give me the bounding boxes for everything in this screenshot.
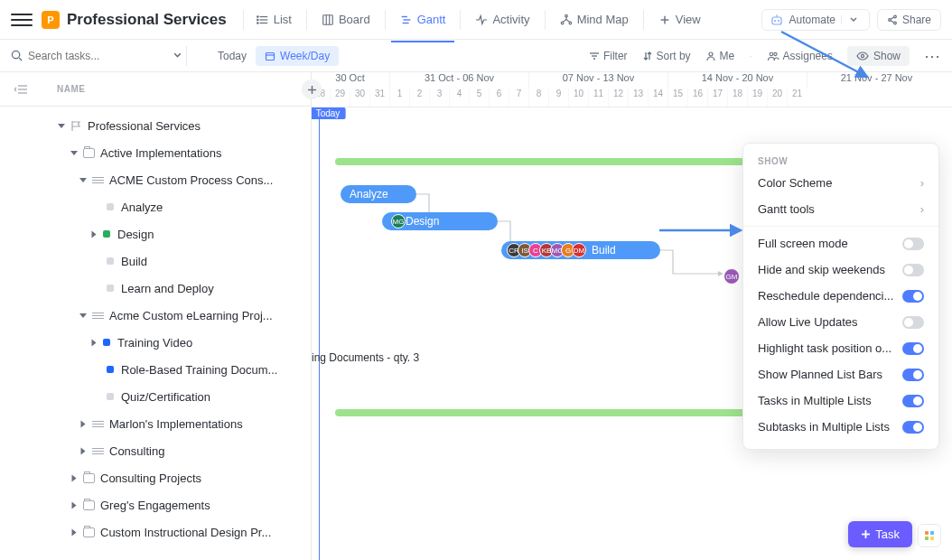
day-header: 4 bbox=[449, 89, 469, 107]
robot-icon bbox=[770, 14, 784, 26]
list-icon bbox=[257, 14, 269, 26]
tab-list[interactable]: List bbox=[247, 7, 301, 32]
toggle-switch[interactable] bbox=[902, 421, 924, 434]
toggle-switch[interactable] bbox=[902, 316, 924, 329]
day-header: 7 bbox=[509, 89, 528, 107]
day-header: 17 bbox=[707, 89, 727, 107]
tree-row[interactable]: Consulting bbox=[0, 437, 311, 464]
show-option[interactable]: Allow Live Updates bbox=[743, 309, 938, 335]
tree-row[interactable]: Build bbox=[0, 247, 311, 275]
tree-row[interactable]: Role-Based Training Docum... bbox=[0, 356, 311, 383]
day-header: 8 bbox=[528, 89, 548, 107]
show-option[interactable]: Subtasks in Multiple Lists bbox=[743, 414, 938, 440]
filter-button[interactable]: Filter bbox=[589, 50, 628, 62]
tree-row[interactable]: ACME Custom Process Cons... bbox=[0, 166, 311, 193]
hamburger-icon[interactable] bbox=[11, 9, 33, 31]
eye-icon bbox=[856, 51, 869, 61]
show-option-label: Reschedule dependenci... bbox=[758, 289, 893, 303]
tree-row[interactable]: Quiz/Certification bbox=[0, 383, 311, 410]
toggle-switch[interactable] bbox=[902, 395, 924, 407]
day-header: 20 bbox=[767, 89, 787, 107]
gantt-task-analyze[interactable]: Analyze bbox=[341, 185, 416, 203]
tab-activity[interactable]: Activity bbox=[466, 7, 538, 32]
toggle-switch[interactable] bbox=[902, 238, 924, 250]
tab-mindmap[interactable]: Mind Map bbox=[551, 7, 638, 32]
bar-label: Analyze bbox=[350, 188, 388, 201]
show-button[interactable]: Show bbox=[847, 46, 910, 66]
show-option[interactable]: Highlight task position o... bbox=[743, 335, 938, 361]
gantt-task-design[interactable]: MGDesign bbox=[382, 212, 498, 230]
tree-row[interactable]: Analyze bbox=[0, 193, 311, 220]
search-input[interactable] bbox=[28, 50, 167, 62]
add-task-circle[interactable] bbox=[302, 79, 322, 99]
show-option[interactable]: Tasks in Multiple Lists bbox=[743, 387, 938, 414]
show-option-label: Allow Live Updates bbox=[758, 315, 858, 329]
new-task-fab[interactable]: Task bbox=[848, 521, 912, 547]
show-option[interactable]: Reschedule dependenci... bbox=[743, 283, 938, 309]
show-option[interactable]: Full screen mode bbox=[743, 230, 938, 257]
automate-chevron[interactable] bbox=[841, 15, 862, 24]
more-button[interactable]: ⋯ bbox=[924, 46, 941, 66]
weekday-button[interactable]: Week/Day bbox=[256, 46, 339, 66]
day-header: 11 bbox=[588, 89, 608, 107]
automate-label: Automate bbox=[789, 14, 835, 26]
show-option-label: Full screen mode bbox=[758, 237, 848, 250]
tree-row[interactable]: Greg's Engagements bbox=[0, 491, 311, 518]
tree-row[interactable]: Professional Services bbox=[0, 112, 311, 139]
share-button[interactable]: Share bbox=[877, 9, 941, 31]
tree-item-label: ACME Custom Process Cons... bbox=[109, 173, 273, 187]
week-header: 31 Oct - 06 Nov bbox=[389, 72, 528, 89]
tab-board[interactable]: Board bbox=[313, 7, 379, 32]
apps-fab[interactable] bbox=[918, 524, 941, 547]
search-wrap[interactable] bbox=[11, 50, 182, 62]
tree-row[interactable]: Consulting Projects bbox=[0, 464, 311, 491]
toggle-switch[interactable] bbox=[902, 342, 924, 355]
filter-label: Filter bbox=[603, 50, 628, 62]
gantt-summary-bar[interactable] bbox=[335, 409, 756, 416]
day-header: 18 bbox=[727, 89, 747, 107]
toggle-switch[interactable] bbox=[902, 290, 924, 303]
show-option[interactable]: Gantt tools› bbox=[743, 196, 938, 222]
collapse-icon[interactable] bbox=[14, 83, 28, 95]
day-header: 5 bbox=[469, 89, 489, 107]
tree-row[interactable]: Learn and Deploy bbox=[0, 275, 311, 302]
add-view-button[interactable]: View bbox=[649, 7, 710, 32]
gantt-task-build[interactable]: CRISCKBMGGDMBuild bbox=[501, 241, 660, 259]
tree-row[interactable]: Marlon's Implementations bbox=[0, 410, 311, 437]
day-header: 16 bbox=[687, 89, 707, 107]
tree-row[interactable]: Training Video bbox=[0, 329, 311, 356]
svg-point-36 bbox=[861, 54, 863, 57]
tree-row[interactable]: Design bbox=[0, 220, 311, 247]
day-header: 14 bbox=[648, 89, 667, 107]
tree-item-label: Role-Based Training Docum... bbox=[121, 363, 277, 377]
automate-button[interactable]: Automate bbox=[761, 9, 870, 31]
toggle-switch[interactable] bbox=[902, 369, 924, 381]
show-option-label: Gantt tools bbox=[758, 202, 815, 216]
sidebar-header-label: NAME bbox=[57, 84, 85, 94]
status-icon bbox=[107, 257, 114, 265]
tab-board-label: Board bbox=[339, 13, 370, 26]
me-button[interactable]: Me bbox=[705, 50, 735, 62]
show-option[interactable]: Show Planned List Bars bbox=[743, 361, 938, 387]
chevron-down-icon[interactable] bbox=[173, 51, 182, 61]
plus-icon bbox=[658, 14, 671, 26]
today-line bbox=[319, 107, 320, 560]
show-option[interactable]: Color Scheme› bbox=[743, 170, 938, 196]
divider bbox=[243, 10, 244, 30]
today-button[interactable]: Today bbox=[209, 46, 256, 66]
tree-item-label: Training Video bbox=[117, 336, 192, 350]
plus-icon bbox=[307, 85, 317, 95]
tree-row[interactable]: Active Implementations bbox=[0, 139, 311, 166]
svg-point-3 bbox=[257, 15, 257, 16]
toggle-switch[interactable] bbox=[902, 264, 924, 276]
tree-row[interactable]: Acme Custom eLearning Proj... bbox=[0, 302, 311, 329]
sortby-button[interactable]: Sort by bbox=[642, 50, 691, 62]
show-option[interactable]: Hide and skip weekends bbox=[743, 257, 938, 283]
assignees-button[interactable]: Assignees bbox=[767, 50, 833, 62]
apps-icon bbox=[923, 529, 936, 542]
mindmap-icon bbox=[560, 14, 573, 26]
tab-gantt[interactable]: Gantt bbox=[391, 7, 455, 32]
gantt-task-deploy[interactable]: GM bbox=[723, 268, 740, 285]
tab-list-label: List bbox=[274, 13, 292, 26]
tree-row[interactable]: Custom Instructional Design Pr... bbox=[0, 518, 311, 546]
